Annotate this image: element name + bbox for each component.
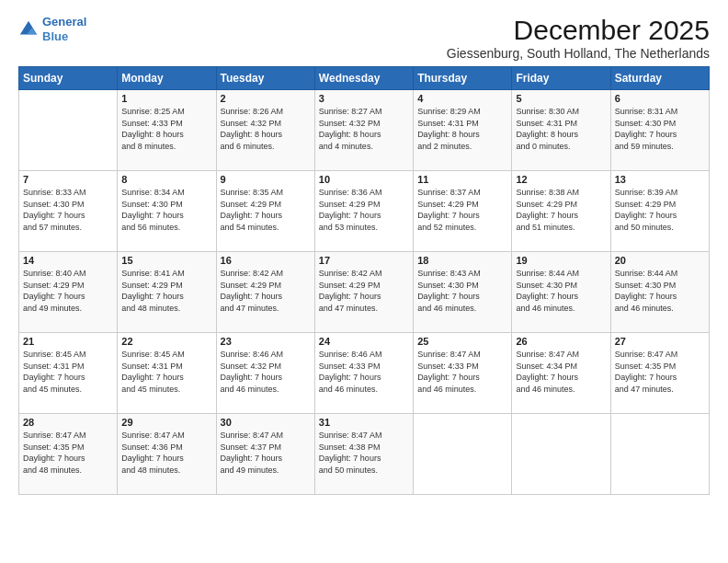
header-day-thursday: Thursday <box>414 67 512 90</box>
day-number: 25 <box>417 336 507 347</box>
calendar-cell: 7Sunrise: 8:33 AM Sunset: 4:30 PM Daylig… <box>19 171 118 252</box>
day-number: 9 <box>221 174 311 185</box>
cell-info: Sunrise: 8:42 AM Sunset: 4:29 PM Dayligh… <box>221 268 311 314</box>
calendar-cell: 25Sunrise: 8:47 AM Sunset: 4:33 PM Dayli… <box>414 333 512 414</box>
day-number: 13 <box>615 174 705 185</box>
day-number: 29 <box>121 417 211 428</box>
day-number: 21 <box>23 336 113 347</box>
month-title: December 2025 <box>447 15 710 46</box>
cell-info: Sunrise: 8:44 AM Sunset: 4:30 PM Dayligh… <box>516 268 606 314</box>
day-number: 8 <box>121 174 211 185</box>
cell-info: Sunrise: 8:47 AM Sunset: 4:34 PM Dayligh… <box>516 349 606 395</box>
calendar-cell <box>19 90 118 171</box>
calendar-cell: 21Sunrise: 8:45 AM Sunset: 4:31 PM Dayli… <box>19 333 118 414</box>
day-number: 26 <box>516 336 606 347</box>
header-day-monday: Monday <box>118 67 216 90</box>
calendar-cell: 17Sunrise: 8:42 AM Sunset: 4:29 PM Dayli… <box>314 252 413 333</box>
cell-info: Sunrise: 8:40 AM Sunset: 4:29 PM Dayligh… <box>23 268 113 314</box>
cell-info: Sunrise: 8:41 AM Sunset: 4:29 PM Dayligh… <box>121 268 211 314</box>
calendar-cell: 31Sunrise: 8:47 AM Sunset: 4:38 PM Dayli… <box>314 414 413 495</box>
header-day-saturday: Saturday <box>610 67 709 90</box>
logo-icon <box>18 19 39 40</box>
cell-info: Sunrise: 8:34 AM Sunset: 4:30 PM Dayligh… <box>121 187 211 233</box>
cell-info: Sunrise: 8:46 AM Sunset: 4:33 PM Dayligh… <box>319 349 409 395</box>
cell-info: Sunrise: 8:36 AM Sunset: 4:29 PM Dayligh… <box>319 187 409 233</box>
day-number: 2 <box>221 93 311 104</box>
page: General Blue December 2025 Giessenburg, … <box>0 0 728 563</box>
calendar-cell: 28Sunrise: 8:47 AM Sunset: 4:35 PM Dayli… <box>19 414 118 495</box>
cell-info: Sunrise: 8:27 AM Sunset: 4:32 PM Dayligh… <box>319 106 409 152</box>
day-number: 20 <box>615 255 705 266</box>
calendar-cell: 4Sunrise: 8:29 AM Sunset: 4:31 PM Daylig… <box>414 90 512 171</box>
day-number: 27 <box>615 336 705 347</box>
calendar-cell: 1Sunrise: 8:25 AM Sunset: 4:33 PM Daylig… <box>118 90 216 171</box>
cell-info: Sunrise: 8:26 AM Sunset: 4:32 PM Dayligh… <box>221 106 311 152</box>
day-number: 16 <box>221 255 311 266</box>
cell-info: Sunrise: 8:37 AM Sunset: 4:29 PM Dayligh… <box>417 187 507 233</box>
week-row-4: 21Sunrise: 8:45 AM Sunset: 4:31 PM Dayli… <box>19 333 710 414</box>
day-number: 15 <box>121 255 211 266</box>
logo-text: General Blue <box>42 15 86 43</box>
day-number: 28 <box>23 417 113 428</box>
calendar-cell: 10Sunrise: 8:36 AM Sunset: 4:29 PM Dayli… <box>314 171 413 252</box>
cell-info: Sunrise: 8:25 AM Sunset: 4:33 PM Dayligh… <box>121 106 211 152</box>
cell-info: Sunrise: 8:39 AM Sunset: 4:29 PM Dayligh… <box>615 187 705 233</box>
header: General Blue December 2025 Giessenburg, … <box>18 15 710 61</box>
day-number: 3 <box>319 93 409 104</box>
logo: General Blue <box>18 15 86 43</box>
day-number: 11 <box>417 174 507 185</box>
calendar-cell: 22Sunrise: 8:45 AM Sunset: 4:31 PM Dayli… <box>118 333 216 414</box>
day-number: 6 <box>615 93 705 104</box>
calendar-cell: 12Sunrise: 8:38 AM Sunset: 4:29 PM Dayli… <box>512 171 610 252</box>
day-number: 23 <box>221 336 311 347</box>
day-number: 1 <box>121 93 211 104</box>
day-number: 7 <box>23 174 113 185</box>
header-day-sunday: Sunday <box>19 67 118 90</box>
calendar-cell: 16Sunrise: 8:42 AM Sunset: 4:29 PM Dayli… <box>216 252 314 333</box>
calendar-cell <box>512 414 610 495</box>
cell-info: Sunrise: 8:47 AM Sunset: 4:36 PM Dayligh… <box>121 430 211 476</box>
calendar-table: SundayMondayTuesdayWednesdayThursdayFrid… <box>18 66 710 495</box>
cell-info: Sunrise: 8:29 AM Sunset: 4:31 PM Dayligh… <box>417 106 507 152</box>
calendar-cell: 6Sunrise: 8:31 AM Sunset: 4:30 PM Daylig… <box>610 90 709 171</box>
cell-info: Sunrise: 8:47 AM Sunset: 4:35 PM Dayligh… <box>23 430 113 476</box>
calendar-cell <box>610 414 709 495</box>
day-number: 5 <box>516 93 606 104</box>
cell-info: Sunrise: 8:47 AM Sunset: 4:35 PM Dayligh… <box>615 349 705 395</box>
day-number: 18 <box>417 255 507 266</box>
day-number: 30 <box>221 417 311 428</box>
calendar-cell: 30Sunrise: 8:47 AM Sunset: 4:37 PM Dayli… <box>216 414 314 495</box>
week-row-1: 1Sunrise: 8:25 AM Sunset: 4:33 PM Daylig… <box>19 90 710 171</box>
day-number: 31 <box>319 417 409 428</box>
calendar-cell: 23Sunrise: 8:46 AM Sunset: 4:32 PM Dayli… <box>216 333 314 414</box>
calendar-cell: 29Sunrise: 8:47 AM Sunset: 4:36 PM Dayli… <box>118 414 216 495</box>
cell-info: Sunrise: 8:46 AM Sunset: 4:32 PM Dayligh… <box>221 349 311 395</box>
cell-info: Sunrise: 8:35 AM Sunset: 4:29 PM Dayligh… <box>221 187 311 233</box>
day-number: 14 <box>23 255 113 266</box>
calendar-cell: 8Sunrise: 8:34 AM Sunset: 4:30 PM Daylig… <box>118 171 216 252</box>
day-number: 17 <box>319 255 409 266</box>
cell-info: Sunrise: 8:33 AM Sunset: 4:30 PM Dayligh… <box>23 187 113 233</box>
title-block: December 2025 Giessenburg, South Holland… <box>447 15 710 61</box>
day-number: 12 <box>516 174 606 185</box>
calendar-cell: 9Sunrise: 8:35 AM Sunset: 4:29 PM Daylig… <box>216 171 314 252</box>
calendar-cell: 11Sunrise: 8:37 AM Sunset: 4:29 PM Dayli… <box>414 171 512 252</box>
location: Giessenburg, South Holland, The Netherla… <box>447 46 710 61</box>
header-day-friday: Friday <box>512 67 610 90</box>
calendar-cell: 19Sunrise: 8:44 AM Sunset: 4:30 PM Dayli… <box>512 252 610 333</box>
calendar-cell: 14Sunrise: 8:40 AM Sunset: 4:29 PM Dayli… <box>19 252 118 333</box>
day-number: 22 <box>121 336 211 347</box>
calendar-cell: 18Sunrise: 8:43 AM Sunset: 4:30 PM Dayli… <box>414 252 512 333</box>
calendar-cell: 13Sunrise: 8:39 AM Sunset: 4:29 PM Dayli… <box>610 171 709 252</box>
header-day-tuesday: Tuesday <box>216 67 314 90</box>
day-number: 19 <box>516 255 606 266</box>
calendar-cell: 20Sunrise: 8:44 AM Sunset: 4:30 PM Dayli… <box>610 252 709 333</box>
calendar-cell: 27Sunrise: 8:47 AM Sunset: 4:35 PM Dayli… <box>610 333 709 414</box>
calendar-cell: 5Sunrise: 8:30 AM Sunset: 4:31 PM Daylig… <box>512 90 610 171</box>
cell-info: Sunrise: 8:43 AM Sunset: 4:30 PM Dayligh… <box>417 268 507 314</box>
calendar-cell: 3Sunrise: 8:27 AM Sunset: 4:32 PM Daylig… <box>314 90 413 171</box>
day-number: 10 <box>319 174 409 185</box>
header-row: SundayMondayTuesdayWednesdayThursdayFrid… <box>19 67 710 90</box>
day-number: 4 <box>417 93 507 104</box>
cell-info: Sunrise: 8:38 AM Sunset: 4:29 PM Dayligh… <box>516 187 606 233</box>
